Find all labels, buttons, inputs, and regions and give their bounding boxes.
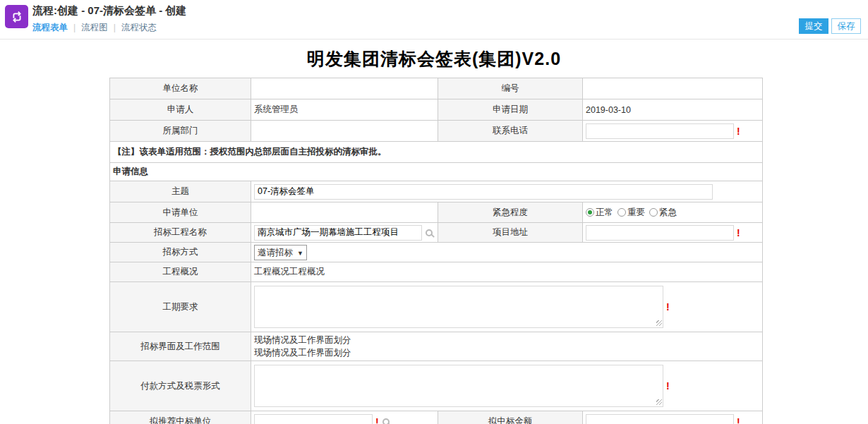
required-icon: ! (375, 416, 379, 424)
table-row: 工期要求 ! (110, 282, 763, 332)
scope-line-1: 现场情况及工作界面划分 (254, 334, 759, 346)
urgency-radio-group: 正常重要紧急 (583, 202, 763, 223)
table-row: 申请信息 (110, 163, 763, 181)
radio-urgent-label: 紧急 (659, 207, 677, 217)
tab-process-diagram[interactable]: 流程图 (81, 23, 108, 32)
project-name-input[interactable] (254, 225, 422, 241)
scope-label: 招标界面及工作范围 (110, 332, 251, 361)
header-actions: 提交保存 (799, 18, 861, 34)
form-usage-note: 【注】该表单适用范围：授权范围内总部层面自主招投标的清标审批。 (110, 142, 763, 163)
approval-form-table: 单位名称 编号 申请人 系统管理员 申请日期 2019-03-10 所属部门 联… (109, 78, 763, 424)
apply-unit-value (251, 202, 438, 223)
radio-important-label: 重要 (627, 207, 645, 217)
required-icon: ! (666, 301, 670, 313)
chevron-down-icon: ▼ (297, 250, 303, 257)
bid-method-selected-value: 邀请招标 (258, 248, 293, 258)
phone-label: 联系电话 (438, 121, 583, 142)
table-row: 中请单位 紧急程度 正常重要紧急 (110, 202, 763, 223)
workflow-app-icon (5, 5, 28, 28)
duration-label: 工期要求 (110, 282, 251, 332)
payment-label: 付款方式及税票形式 (110, 361, 251, 411)
bid-amount-label: 拟中标金额 (438, 411, 583, 424)
phone-input[interactable] (586, 123, 734, 139)
applicant-label: 申请人 (110, 99, 251, 121)
urgency-label: 紧急程度 (438, 202, 583, 223)
radio-normal[interactable] (586, 208, 594, 217)
radio-normal-label: 正常 (596, 207, 613, 217)
table-row: 拟推荐中标单位 ! 拟中标金额 ! (110, 411, 763, 424)
table-row: 所属部门 联系电话 ! (110, 121, 763, 142)
bid-method-label: 招标方式 (110, 243, 251, 262)
resize-handle-icon[interactable] (656, 399, 662, 405)
section-header-apply-info: 申请信息 (110, 163, 763, 181)
table-row: 招标界面及工作范围 现场情况及工作界面划分 现场情况及工作界面划分 (110, 332, 763, 361)
doc-number-value (583, 78, 763, 99)
project-addr-input[interactable] (586, 225, 734, 241)
project-addr-label: 项目地址 (438, 223, 583, 243)
duration-textarea[interactable] (254, 286, 663, 328)
apply-date-label: 申请日期 (438, 99, 583, 121)
overview-label: 工程概况 (110, 262, 251, 282)
tab-process-form[interactable]: 流程表单 (32, 23, 68, 32)
recommend-label: 拟推荐中标单位 (110, 411, 251, 424)
project-name-label: 招标工程名称 (110, 223, 251, 243)
page-title: 流程:创建 - 07-清标会签单 - 创建 (32, 4, 186, 18)
table-row: 【注】该表单适用范围：授权范围内总部层面自主招投标的清标审批。 (110, 142, 763, 163)
search-icon[interactable] (426, 229, 433, 236)
required-icon: ! (737, 227, 740, 238)
unit-name-value (251, 78, 438, 99)
tab-process-status[interactable]: 流程状态 (121, 23, 157, 32)
department-label: 所属部门 (110, 121, 251, 142)
apply-date-value: 2019-03-10 (583, 99, 763, 121)
scope-line-2: 现场情况及工作界面划分 (254, 346, 759, 359)
tab-separator: | (114, 23, 116, 32)
recommend-input[interactable] (254, 414, 373, 424)
tab-bar: 流程表单|流程图|流程状态 (32, 22, 157, 34)
doc-number-label: 编号 (438, 78, 583, 99)
apply-unit-label: 中请单位 (110, 202, 251, 223)
radio-important[interactable] (617, 208, 626, 217)
required-icon: ! (737, 416, 740, 424)
table-row: 单位名称 编号 (110, 78, 763, 99)
table-row: 招标方式 邀请招标▼ (110, 243, 763, 262)
department-value (251, 121, 438, 142)
table-row: 付款方式及税票形式 ! (110, 361, 763, 411)
required-icon: ! (666, 380, 670, 392)
overview-value: 工程概况工程概况 (251, 262, 763, 282)
tab-separator: | (73, 23, 76, 32)
search-icon[interactable] (382, 418, 390, 424)
applicant-value: 系统管理员 (251, 99, 438, 121)
table-row: 工程概况 工程概况工程概况 (110, 262, 763, 282)
resize-handle-icon[interactable] (656, 320, 662, 326)
bid-method-select[interactable]: 邀请招标▼ (254, 245, 307, 260)
save-button[interactable]: 保存 (831, 18, 861, 34)
form-title: 明发集团清标会签表(集团)V2.0 (0, 47, 868, 71)
subject-input[interactable] (254, 184, 713, 200)
table-row: 主题 (110, 181, 763, 202)
unit-name-label: 单位名称 (110, 78, 251, 99)
subject-label: 主题 (110, 181, 251, 202)
bid-amount-input[interactable] (586, 414, 734, 424)
table-row: 招标工程名称 项目地址 ! (110, 223, 763, 243)
window-header: 流程:创建 - 07-清标会签单 - 创建 流程表单|流程图|流程状态 提交保存 (0, 0, 868, 40)
required-icon: ! (737, 126, 740, 137)
payment-textarea[interactable] (254, 365, 663, 407)
radio-urgent[interactable] (649, 208, 658, 217)
submit-button[interactable]: 提交 (799, 18, 828, 34)
table-row: 申请人 系统管理员 申请日期 2019-03-10 (110, 99, 763, 121)
